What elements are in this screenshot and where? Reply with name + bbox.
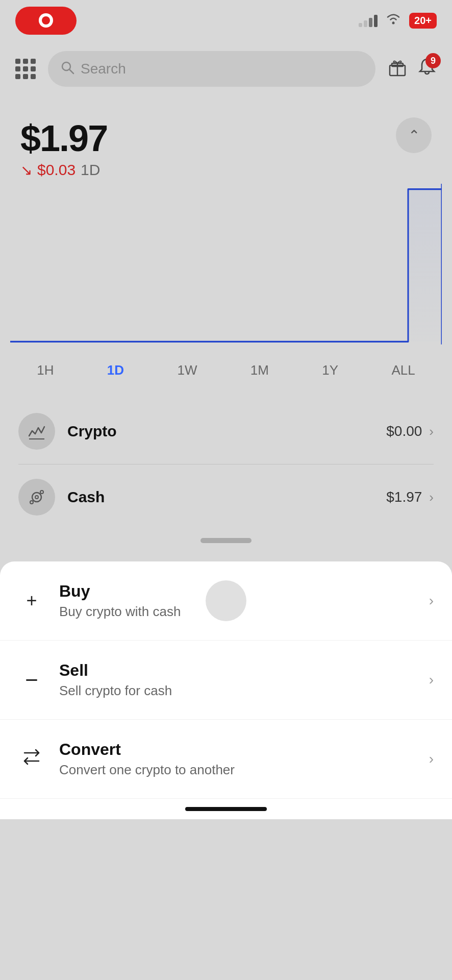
time-filter-1m[interactable]: 1M <box>242 357 277 383</box>
home-bar <box>185 807 267 811</box>
sell-title: Sell <box>59 661 429 680</box>
svg-point-10 <box>35 496 38 499</box>
buy-title: Buy <box>59 582 429 601</box>
top-nav: Search 9 <box>0 41 452 97</box>
portfolio-item-crypto[interactable]: Crypto $0.00 › <box>0 399 452 464</box>
sell-text: Sell Sell crypto for cash <box>59 661 429 699</box>
signal-icon <box>359 14 378 27</box>
crypto-value: $0.00 <box>386 423 422 439</box>
convert-icon <box>21 748 42 770</box>
time-filters: 1H 1D 1W 1M 1Y ALL <box>0 347 452 394</box>
convert-icon-wrap <box>18 746 45 772</box>
cash-chevron-right-icon: › <box>429 489 434 505</box>
convert-text: Convert Convert one crypto to another <box>59 740 429 778</box>
record-button[interactable] <box>15 7 77 35</box>
scroll-pill <box>200 538 252 543</box>
action-item-sell[interactable]: − Sell Sell crypto for cash › <box>0 641 452 720</box>
collapse-button[interactable]: ⌃ <box>396 117 432 153</box>
cash-label: Cash <box>67 488 386 506</box>
buy-text: Buy Buy crypto with cash <box>59 582 429 620</box>
crypto-chevron-right-icon: › <box>429 424 434 439</box>
down-arrow-icon: ↘ <box>20 162 32 179</box>
svg-point-11 <box>40 491 43 494</box>
portfolio-item-cash[interactable]: Cash $1.97 › <box>0 464 452 530</box>
change-amount: $0.03 <box>37 161 76 179</box>
buy-icon-wrap: + <box>18 587 45 614</box>
svg-point-9 <box>32 493 41 502</box>
buy-chevron-right-icon: › <box>429 593 434 609</box>
buy-subtitle: Buy crypto with cash <box>59 604 429 620</box>
home-indicator <box>0 799 452 819</box>
svg-line-2 <box>70 69 74 74</box>
time-filter-1d[interactable]: 1D <box>99 357 132 383</box>
grid-menu-icon[interactable] <box>15 59 36 79</box>
gift-icon[interactable] <box>388 57 407 81</box>
sell-chevron-right-icon: › <box>429 672 434 688</box>
wifi-icon <box>385 12 402 29</box>
minus-icon: − <box>25 667 38 693</box>
sell-icon-wrap: − <box>18 667 45 693</box>
scroll-indicator <box>0 530 452 551</box>
nav-icons: 9 <box>388 57 437 81</box>
sell-subtitle: Sell crypto for cash <box>59 683 429 699</box>
total-value: $1.97 <box>20 117 107 159</box>
crypto-label: Crypto <box>67 423 386 440</box>
chevron-up-icon: ⌃ <box>408 127 420 144</box>
time-filter-1y[interactable]: 1Y <box>314 357 346 383</box>
search-icon <box>60 60 74 78</box>
change-period: 1D <box>81 161 100 179</box>
cash-icon-wrap <box>18 479 55 516</box>
crypto-icon-wrap <box>18 413 55 450</box>
time-filter-1w[interactable]: 1W <box>169 357 205 383</box>
cash-value: $1.97 <box>386 489 422 505</box>
convert-chevron-right-icon: › <box>429 751 434 767</box>
search-placeholder: Search <box>81 61 126 77</box>
price-info: $1.97 ↘ $0.03 1D <box>20 117 107 179</box>
svg-point-12 <box>30 501 33 504</box>
price-section: $1.97 ↘ $0.03 1D ⌃ <box>0 97 452 184</box>
action-item-convert[interactable]: Convert Convert one crypto to another › <box>0 720 452 799</box>
bottom-sheet: + Buy Buy crypto with cash › − Sell Sell… <box>0 561 452 819</box>
svg-point-0 <box>392 21 395 24</box>
record-circle-icon <box>39 13 53 28</box>
svg-marker-6 <box>10 189 442 342</box>
chart-area <box>0 184 452 347</box>
plus-icon: + <box>26 590 37 611</box>
convert-subtitle: Convert one crypto to another <box>59 762 429 778</box>
convert-title: Convert <box>59 740 429 759</box>
search-bar[interactable]: Search <box>48 51 375 87</box>
battery-indicator: 20+ <box>409 13 437 29</box>
price-change: ↘ $0.03 1D <box>20 161 107 179</box>
time-filter-all[interactable]: ALL <box>384 357 423 383</box>
portfolio-section: Crypto $0.00 › Cash $1.97 › <box>0 394 452 556</box>
bell-wrap[interactable]: 9 <box>417 57 437 81</box>
status-bar: 20+ <box>0 0 452 41</box>
action-item-buy[interactable]: + Buy Buy crypto with cash › <box>0 561 452 641</box>
time-filter-1h[interactable]: 1H <box>29 357 62 383</box>
notification-badge: 9 <box>425 53 441 68</box>
status-right: 20+ <box>359 12 437 29</box>
svg-point-1 <box>62 62 70 70</box>
